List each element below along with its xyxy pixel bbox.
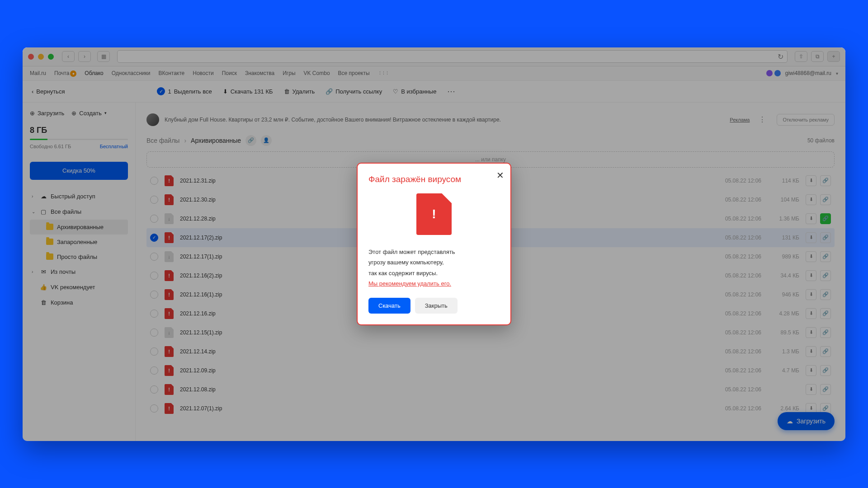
- modal-body-line: угрозу вашему компьютеру,: [368, 258, 500, 267]
- modal-download-button[interactable]: Скачать: [368, 298, 410, 314]
- modal-title: Файл заражён вирусом: [368, 174, 500, 184]
- modal-body-line: так как содержит вирусы.: [368, 269, 500, 278]
- modal-buttons: Скачать Закрыть: [368, 298, 500, 314]
- virus-warning-modal: ✕ Файл заражён вирусом ! Этот файл может…: [357, 163, 511, 326]
- browser-window: ‹ › ▦ ⇧ ⧉ + Mail.ruПочта●ОблакоОднокласс…: [23, 47, 845, 441]
- modal-close-button[interactable]: Закрыть: [415, 298, 458, 314]
- modal-body-line: Этот файл может представлять: [368, 248, 500, 257]
- modal-delete-link[interactable]: Мы рекомендуем удалить его.: [368, 280, 451, 287]
- close-icon[interactable]: ✕: [496, 170, 504, 181]
- infected-file-icon: !: [416, 193, 452, 235]
- modal-overlay[interactable]: ✕ Файл заражён вирусом ! Этот файл может…: [23, 47, 845, 441]
